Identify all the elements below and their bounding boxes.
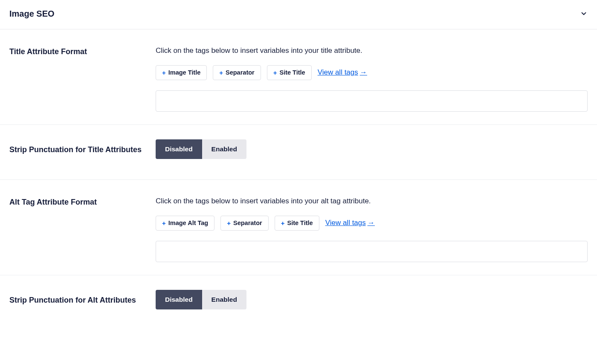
label-alt-tag-attribute-format: Alt Tag Attribute Format [9,197,156,208]
section-title-attribute-format: Title Attribute Format Click on the tags… [0,29,597,125]
chevron-down-icon [580,10,588,17]
view-all-tags-link[interactable]: View all tags → [325,218,375,228]
label-strip-punctuation-alt: Strip Punctuation for Alt Attributes [9,295,156,306]
tag-separator[interactable]: + Separator [220,216,268,231]
toggle-enabled-button[interactable]: Enabled [202,290,246,309]
label-strip-punctuation-title: Strip Punctuation for Title Attributes [9,144,156,155]
toggle-strip-title: Disabled Enabled [156,139,246,159]
view-all-tags-link[interactable]: View all tags → [318,67,367,78]
panel-title: Image SEO [9,8,55,20]
tags-row-alt: + Image Alt Tag + Separator + Site Title… [156,216,588,231]
section-strip-punctuation-title: Strip Punctuation for Title Attributes D… [0,125,597,180]
panel-header[interactable]: Image SEO [0,0,597,29]
title-attribute-input[interactable] [156,90,588,112]
tag-site-title[interactable]: + Site Title [267,65,312,80]
view-all-label: View all tags [325,218,366,228]
image-seo-panel: Image SEO Title Attribute Format Click o… [0,0,597,318]
plus-icon: + [162,69,166,76]
tag-label: Site Title [279,69,305,76]
tag-label: Site Title [287,220,313,226]
tag-label: Image Alt Tag [168,220,208,226]
tag-image-alt-tag[interactable]: + Image Alt Tag [156,216,214,231]
tag-label: Separator [226,69,255,76]
section-alt-tag-attribute-format: Alt Tag Attribute Format Click on the ta… [0,180,597,275]
plus-icon: + [162,220,166,227]
arrow-right-icon: → [360,67,367,78]
view-all-label: View all tags [318,67,358,78]
tag-image-title[interactable]: + Image Title [156,65,207,80]
toggle-disabled-button[interactable]: Disabled [156,139,202,159]
tags-row-title: + Image Title + Separator + Site Title V… [156,65,588,80]
toggle-strip-alt: Disabled Enabled [156,290,246,309]
toggle-disabled-button[interactable]: Disabled [156,290,202,309]
plus-icon: + [281,220,285,227]
plus-icon: + [219,69,223,76]
plus-icon: + [273,69,277,76]
tag-separator[interactable]: + Separator [213,65,261,80]
tag-site-title[interactable]: + Site Title [275,216,319,231]
label-title-attribute-format: Title Attribute Format [9,46,156,57]
section-strip-punctuation-alt: Strip Punctuation for Alt Attributes Dis… [0,275,597,318]
arrow-right-icon: → [368,218,375,228]
toggle-enabled-button[interactable]: Enabled [202,139,246,159]
tag-label: Separator [233,220,262,226]
help-text-title-format: Click on the tags below to insert variab… [156,46,588,56]
help-text-alt-format: Click on the tags below to insert variab… [156,196,588,206]
plus-icon: + [227,220,231,227]
tag-label: Image Title [168,69,200,76]
alt-attribute-input[interactable] [156,241,588,262]
